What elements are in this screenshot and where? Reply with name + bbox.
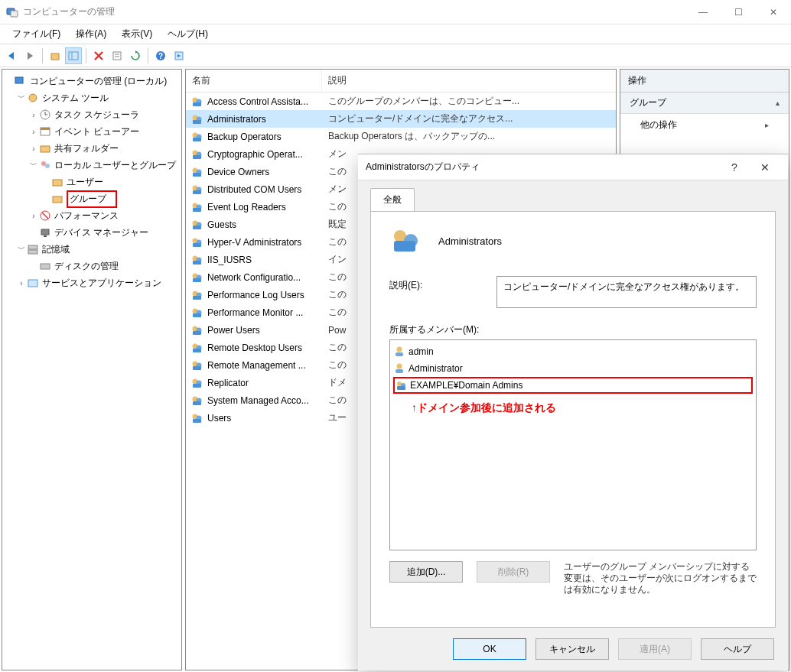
menu-action[interactable]: 操作(A) <box>68 25 114 43</box>
dialog-title: Administratorsのプロパティ <box>366 161 719 174</box>
window-titlebar: コンピューターの管理 — ☐ ✕ <box>0 0 791 24</box>
svg-rect-28 <box>28 250 37 254</box>
svg-rect-2 <box>51 54 59 60</box>
apply-button[interactable]: 適用(A) <box>618 638 692 660</box>
svg-rect-27 <box>28 245 37 249</box>
group-icon <box>189 289 204 301</box>
svg-rect-63 <box>193 278 201 282</box>
tree-system-tools[interactable]: ﹀システム ツール <box>2 89 181 106</box>
tree-users[interactable]: ユーザー <box>2 174 181 190</box>
dialog-help-button[interactable]: ? <box>719 161 750 174</box>
svg-rect-11 <box>15 77 23 83</box>
close-button[interactable]: ✕ <box>756 0 791 24</box>
row-name: IIS_IUSRS <box>207 255 328 265</box>
svg-point-91 <box>397 347 402 352</box>
svg-rect-17 <box>41 128 50 130</box>
actions-other-ops[interactable]: 他の操作 ▸ <box>620 114 789 136</box>
svg-rect-42 <box>193 155 201 159</box>
svg-rect-33 <box>193 102 201 106</box>
back-button[interactable] <box>3 47 20 64</box>
tree-performance[interactable]: ›パフォーマンス <box>2 207 181 224</box>
group-icon <box>189 236 204 248</box>
tree-disk-management[interactable]: ディスクの管理 <box>2 258 181 274</box>
tree-local-users-groups[interactable]: ﹀ローカル ユーザーとグループ <box>2 157 181 174</box>
tab-content: Administrators 説明(E): コンピューター/ドメインに完全なアク… <box>370 211 776 628</box>
list-row[interactable]: Backup OperatorsBackup Operators は、バックアッ… <box>186 128 616 145</box>
member-row[interactable]: Administrator <box>393 360 753 377</box>
cancel-button[interactable]: キャンセル <box>535 638 609 660</box>
properties-button[interactable] <box>109 47 125 64</box>
properties-dialog: Administratorsのプロパティ ? ✕ 全般 Administrato… <box>358 154 788 670</box>
svg-rect-45 <box>193 173 201 177</box>
menu-view[interactable]: 表示(V) <box>114 25 160 43</box>
tree-shared-folders[interactable]: ›共有フォルダー <box>2 140 181 157</box>
svg-rect-92 <box>396 352 403 356</box>
svg-rect-22 <box>53 196 62 203</box>
row-name: Performance Log Users <box>207 290 328 300</box>
svg-rect-48 <box>193 190 201 194</box>
svg-text:?: ? <box>158 52 163 60</box>
row-name: Remote Desktop Users <box>207 342 328 353</box>
row-name: Event Log Readers <box>207 202 328 213</box>
actions-header: 操作 <box>620 70 789 93</box>
maximize-button[interactable]: ☐ <box>721 0 756 24</box>
svg-rect-54 <box>193 226 201 229</box>
delete-button[interactable] <box>90 47 107 64</box>
svg-rect-97 <box>397 386 405 390</box>
extra-button[interactable] <box>171 47 187 64</box>
row-name: Backup Operators <box>207 131 328 142</box>
view-toggle-button[interactable] <box>65 47 82 64</box>
svg-point-93 <box>397 364 402 369</box>
row-name: Cryptographic Operat... <box>207 149 328 160</box>
refresh-button[interactable] <box>127 47 144 64</box>
forward-button[interactable] <box>21 47 38 64</box>
tree-groups[interactable]: グループ <box>2 190 181 207</box>
group-icon <box>189 183 204 196</box>
svg-rect-21 <box>53 180 62 186</box>
actions-group-head[interactable]: グループ ▴ <box>620 93 789 114</box>
menu-help[interactable]: ヘルプ(H) <box>160 25 216 43</box>
row-name: Network Configuratio... <box>207 272 328 283</box>
svg-point-12 <box>29 94 37 102</box>
tree-storage[interactable]: ﹀記憶域 <box>2 241 181 258</box>
menu-file[interactable]: ファイル(F) <box>5 25 68 43</box>
tab-general[interactable]: 全般 <box>370 188 415 211</box>
svg-rect-94 <box>396 369 403 373</box>
tree-pane[interactable]: コンピューターの管理 (ローカル) ﹀システム ツール ›タスク スケジューラ … <box>2 69 182 670</box>
tree-services-apps[interactable]: ›サービスとアプリケーション <box>2 274 181 291</box>
list-row[interactable]: Access Control Assista...このグループのメンバーは、この… <box>186 93 616 110</box>
help-button[interactable]: ? <box>152 47 169 64</box>
member-name: EXAMPLE¥Domain Admins <box>410 380 522 391</box>
group-icon <box>189 324 204 336</box>
col-desc-header[interactable]: 説明 <box>322 70 616 92</box>
svg-rect-5 <box>113 52 121 60</box>
row-name: Remote Management ... <box>207 360 328 371</box>
dialog-help-button-bottom[interactable]: ヘルプ <box>701 638 774 660</box>
row-name: Access Control Assista... <box>207 96 328 107</box>
group-icon <box>189 148 204 161</box>
list-row[interactable]: Administratorsコンピューター/ドメインに完全なアクセス... <box>186 110 616 128</box>
tree-device-manager[interactable]: デバイス マネージャー <box>2 224 181 241</box>
tree-root[interactable]: コンピューターの管理 (ローカル) <box>2 73 181 89</box>
ok-button[interactable]: OK <box>453 638 526 660</box>
svg-rect-90 <box>394 241 415 252</box>
minimize-button[interactable]: — <box>685 0 721 24</box>
desc-input[interactable]: コンピューター/ドメインに完全なアクセス権があります。 <box>496 276 757 308</box>
app-icon <box>6 6 18 18</box>
remove-button[interactable]: 削除(R) <box>477 561 550 583</box>
group-icon <box>189 412 204 424</box>
tree-task-scheduler[interactable]: ›タスク スケジューラ <box>2 106 181 123</box>
member-row[interactable]: EXAMPLE¥Domain Admins <box>393 377 753 394</box>
add-button[interactable]: 追加(D)... <box>389 561 463 583</box>
members-list[interactable]: adminAdministratorEXAMPLE¥Domain Admins↑… <box>389 339 757 550</box>
group-icon <box>395 379 407 391</box>
toolbar: ? <box>0 44 791 67</box>
svg-rect-69 <box>193 313 201 317</box>
member-row[interactable]: admin <box>393 343 753 360</box>
tree-event-viewer[interactable]: ›イベント ビューアー <box>2 123 181 140</box>
dialog-close-button[interactable]: ✕ <box>750 161 780 174</box>
up-button[interactable] <box>47 47 63 64</box>
svg-rect-3 <box>69 52 78 60</box>
svg-rect-60 <box>193 261 201 265</box>
col-name-header[interactable]: 名前 <box>186 70 322 92</box>
